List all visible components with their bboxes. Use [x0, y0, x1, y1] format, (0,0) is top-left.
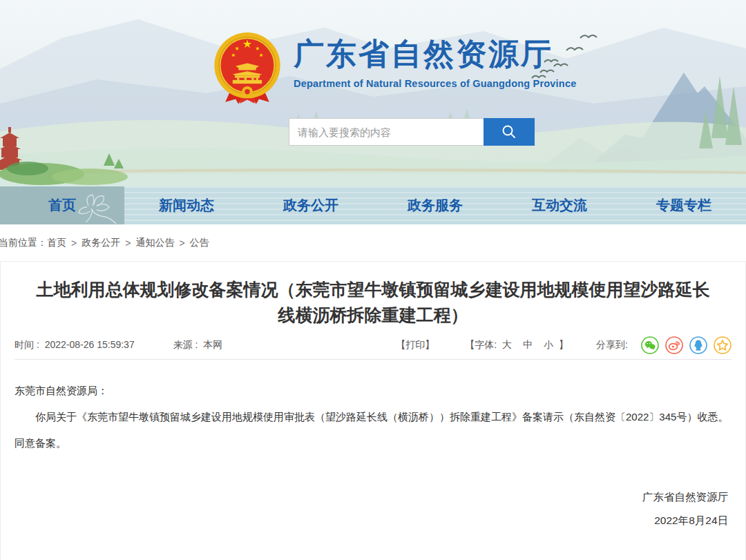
- article-meta-row: 时间 : 2022-08-26 15:59:37 来源 : 本网 【打印】 【字…: [15, 336, 731, 354]
- site-title: 广东省自然资源厅: [294, 36, 576, 73]
- site-header: 广东省自然资源厅 Department of Natural Resources…: [0, 0, 746, 186]
- search-input[interactable]: [289, 118, 484, 146]
- nav-item-label: 互动交流: [532, 196, 587, 215]
- font-label-close: 】: [559, 339, 568, 351]
- qzone-share-icon[interactable]: [714, 336, 731, 354]
- page: 广东省自然资源厅 Department of Natural Resources…: [0, 0, 746, 560]
- signature-agency: 广东省自然资源厅: [1, 485, 728, 509]
- meta-divider: [15, 359, 731, 360]
- publish-time: 时间 : 2022-08-26 15:59:37: [15, 339, 135, 351]
- article-container: 土地利用总体规划修改备案情况（东莞市望牛墩镇预留城乡建设用地规模使用望沙路延长线…: [0, 261, 746, 560]
- nav-item-special-topics[interactable]: 专题专栏: [622, 186, 746, 224]
- wechat-share-icon[interactable]: [641, 336, 659, 354]
- nav-item-label: 新闻动态: [159, 196, 214, 215]
- time-value: 2022-08-26 15:59:37: [45, 339, 135, 350]
- breadcrumb-separator: >: [179, 238, 184, 249]
- nav-item-news[interactable]: 新闻动态: [124, 186, 249, 224]
- nav-item-label: 专题专栏: [656, 196, 711, 215]
- site-logo[interactable]: 广东省自然资源厅 Department of Natural Resources…: [211, 32, 576, 106]
- print-button[interactable]: 【打印】: [396, 339, 434, 351]
- nav-item-gov-info[interactable]: 政务公开: [249, 186, 373, 224]
- weibo-share-icon[interactable]: [665, 336, 683, 354]
- breadcrumb-item-announcement[interactable]: 公告: [190, 237, 209, 249]
- font-label-open: 【字体:: [465, 339, 497, 351]
- site-title-block: 广东省自然资源厅 Department of Natural Resources…: [294, 32, 576, 89]
- breadcrumb-separator: >: [71, 238, 77, 249]
- share-icons: [635, 336, 731, 354]
- font-size-small-button[interactable]: 小: [544, 339, 553, 351]
- share-label: 分享到:: [596, 339, 628, 351]
- signature-date: 2022年8月24日: [1, 509, 728, 532]
- breadcrumb-item-home[interactable]: 首页: [47, 237, 66, 249]
- nav-item-label: 首页: [48, 196, 76, 215]
- font-size-large-button[interactable]: 大: [502, 339, 512, 351]
- nav-item-gov-services[interactable]: 政务服务: [373, 186, 497, 224]
- nav-item-home[interactable]: 首页: [0, 186, 124, 224]
- search-button[interactable]: [484, 118, 535, 146]
- article-title: 土地利用总体规划修改备案情况（东莞市望牛墩镇预留城乡建设用地规模使用望沙路延长线…: [30, 277, 716, 328]
- font-size-control: 【字体: 大 中 小 】: [465, 339, 568, 351]
- breadcrumb-item-notices[interactable]: 通知公告: [135, 237, 174, 249]
- article-meta-right: 【打印】 【字体: 大 中 小 】 分享到:: [396, 336, 731, 354]
- nav-item-label: 政务服务: [408, 196, 463, 215]
- main-nav: 首页 新闻动态 政务公开 政务服务 互动交流: [0, 186, 746, 224]
- time-label: 时间 :: [15, 339, 39, 350]
- article-signature-block: 广东省自然资源厅 2022年8月24日: [1, 485, 728, 532]
- article-body: 东莞市自然资源局： 你局关于《东莞市望牛墩镇预留城乡建设用地规模使用审批表（望沙…: [15, 378, 731, 456]
- article-salutation: 东莞市自然资源局：: [15, 378, 731, 404]
- article-meta-left: 时间 : 2022-08-26 15:59:37 来源 : 本网: [15, 339, 222, 351]
- source-value: 本网: [203, 339, 222, 350]
- nav-item-label: 政务公开: [283, 196, 338, 215]
- article-paragraph: 你局关于《东莞市望牛墩镇预留城乡建设用地规模使用审批表（望沙路延长线（横沥桥））…: [15, 404, 731, 456]
- breadcrumb-item-gov-info[interactable]: 政务公开: [82, 237, 120, 249]
- breadcrumb-separator: >: [125, 238, 131, 249]
- source-label: 来源 :: [173, 339, 198, 350]
- font-size-medium-button[interactable]: 中: [523, 339, 533, 351]
- breadcrumb-prefix: 当前位置：: [0, 237, 47, 249]
- qq-share-icon[interactable]: [689, 336, 707, 354]
- flower-decoration-icon: [76, 191, 119, 225]
- national-emblem-icon: [211, 32, 284, 106]
- search-icon: [501, 124, 517, 140]
- source: 来源 : 本网: [173, 339, 223, 351]
- nav-item-interaction[interactable]: 互动交流: [497, 186, 622, 224]
- breadcrumb: 当前位置： 首页 > 政务公开 > 通知公告 > 公告: [0, 224, 746, 261]
- site-subtitle: Department of Natural Resources of Guang…: [294, 78, 576, 89]
- search-bar: [289, 118, 535, 146]
